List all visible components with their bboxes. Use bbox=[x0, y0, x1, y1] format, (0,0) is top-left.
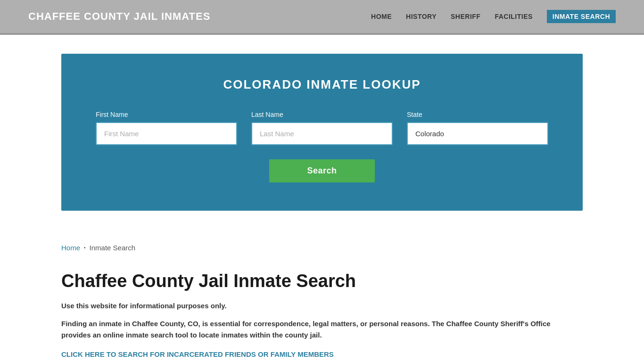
breadcrumb: Home • Inmate Search bbox=[61, 244, 583, 252]
site-header: CHAFFEE COUNTY JAIL INMATES HOMEHISTORYS… bbox=[0, 0, 644, 33]
nav-item-home[interactable]: HOME bbox=[371, 13, 392, 20]
form-row: First Name Last Name State bbox=[90, 111, 554, 145]
content-area: Home • Inmate Search Chaffee County Jail… bbox=[0, 230, 644, 362]
header-underline bbox=[0, 33, 644, 35]
last-name-label: Last Name bbox=[251, 111, 393, 118]
main-nav: HOMEHISTORYSHERIFFFACILITIESINMATE SEARC… bbox=[371, 10, 616, 23]
breadcrumb-separator: • bbox=[84, 245, 86, 250]
last-name-group: Last Name bbox=[251, 111, 393, 145]
cta-link[interactable]: CLICK HERE to Search for Incarcerated Fr… bbox=[61, 350, 334, 358]
search-banner: COLORADO INMATE LOOKUP First Name Last N… bbox=[61, 54, 583, 211]
search-button[interactable]: Search bbox=[269, 159, 374, 182]
breadcrumb-home-link[interactable]: Home bbox=[61, 244, 80, 252]
first-name-label: First Name bbox=[96, 111, 237, 118]
breadcrumb-current: Inmate Search bbox=[90, 244, 136, 252]
search-button-row: Search bbox=[90, 159, 554, 182]
description-text: Finding an inmate in Chaffee County, CO,… bbox=[61, 318, 556, 341]
page-title: Chaffee County Jail Inmate Search bbox=[61, 271, 583, 292]
nav-item-history[interactable]: HISTORY bbox=[406, 13, 437, 20]
nav-item-facilities[interactable]: FACILITIES bbox=[495, 13, 532, 20]
search-banner-title: COLORADO INMATE LOOKUP bbox=[90, 77, 554, 92]
nav-item-inmate-search[interactable]: INMATE SEARCH bbox=[547, 10, 616, 23]
first-name-group: First Name bbox=[96, 111, 237, 145]
state-input[interactable] bbox=[407, 122, 548, 145]
nav-item-sheriff[interactable]: SHERIFF bbox=[451, 13, 480, 20]
last-name-input[interactable] bbox=[251, 122, 393, 145]
first-name-input[interactable] bbox=[96, 122, 237, 145]
site-title: CHAFFEE COUNTY JAIL INMATES bbox=[28, 10, 210, 23]
state-group: State bbox=[407, 111, 548, 145]
state-label: State bbox=[407, 111, 548, 118]
disclaimer-text: Use this website for informational purpo… bbox=[61, 302, 583, 310]
